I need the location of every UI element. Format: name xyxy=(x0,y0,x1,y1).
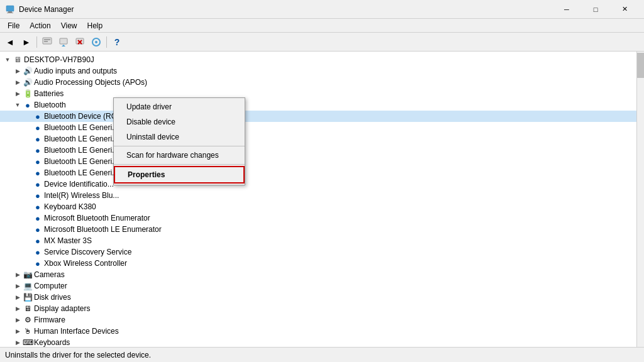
toolbar-update[interactable] xyxy=(56,35,71,49)
tree-disk-drives[interactable]: ▶ 💾 Disk drives xyxy=(0,292,636,303)
bt-le4-icon: ● xyxy=(33,156,43,167)
svg-rect-3 xyxy=(43,38,52,44)
display-label: Display adapters xyxy=(34,304,90,313)
disk-icon: 💾 xyxy=(23,292,33,302)
tree-audio-processing[interactable]: ▶ 🔊 Audio Processing Objects (APOs) xyxy=(0,77,636,88)
bluetooth-label: Bluetooth xyxy=(34,101,66,109)
toolbar-sep-2 xyxy=(106,36,107,48)
expand-rcomm-icon xyxy=(23,111,33,121)
tree-bt-xbox[interactable]: ● Xbox Wireless Controller xyxy=(0,258,636,269)
bluetooth-icon: ● xyxy=(23,100,33,110)
tree-bluetooth[interactable]: ▼ ● Bluetooth xyxy=(0,99,636,111)
tree-bt-le4[interactable]: ● Bluetooth LE Generi... xyxy=(0,156,636,167)
bt-ms-enum-icon: ● xyxy=(33,213,43,223)
scrollbar-thumb[interactable] xyxy=(637,53,644,78)
tree-bt-intel[interactable]: ● Intel(R) Wireless Blu... xyxy=(0,190,636,201)
tree-bt-le2[interactable]: ● Bluetooth LE Generi... xyxy=(0,133,636,145)
bt-kbd-label: Keyboard K380 xyxy=(44,202,96,211)
battery-icon: 🔋 xyxy=(23,89,33,99)
batteries-label: Batteries xyxy=(34,89,64,98)
tree-bt-kbd[interactable]: ● Keyboard K380 xyxy=(0,201,636,212)
toolbar-sep-1 xyxy=(36,36,37,48)
menu-help[interactable]: Help xyxy=(82,20,108,31)
ctx-sep-2 xyxy=(114,164,245,165)
tree-bt-mx[interactable]: ● MX Master 3S xyxy=(0,235,636,246)
toolbar-uninstall[interactable] xyxy=(72,35,87,49)
bt-le1-icon: ● xyxy=(33,123,43,133)
bt-le5-label: Bluetooth LE Generi... xyxy=(44,168,118,177)
tree-firmware[interactable]: ▶ ⚙ Firmware xyxy=(0,314,636,326)
firmware-label: Firmware xyxy=(34,315,65,324)
bt-intel-label: Intel(R) Wireless Blu... xyxy=(44,191,119,200)
ctx-disable-device[interactable]: Disable device xyxy=(114,114,245,129)
tree-bt-devid[interactable]: ● Device Identificatio... xyxy=(0,178,636,190)
root-label: DESKTOP-VH7B90J xyxy=(24,55,94,64)
tree-bt-sds[interactable]: ● Service Discovery Service xyxy=(0,246,636,258)
tree-computer[interactable]: ▶ 💻 Computer xyxy=(0,280,636,292)
toolbar-properties[interactable] xyxy=(40,35,55,49)
menu-action[interactable]: Action xyxy=(25,20,55,31)
window-controls: ─ □ ✕ xyxy=(552,0,639,19)
bt-le3-icon: ● xyxy=(33,145,43,155)
minimize-button[interactable]: ─ xyxy=(552,0,581,19)
keyboards-label: Keyboards xyxy=(34,338,70,347)
bt-xbox-icon: ● xyxy=(33,258,43,268)
bt-sds-label: Service Discovery Service xyxy=(44,248,131,256)
bt-devid-label: Device Identificatio... xyxy=(44,180,114,189)
audio-icon: 🔊 xyxy=(23,66,33,76)
svg-rect-8 xyxy=(76,38,84,44)
audio-inputs-label: Audio inputs and outputs xyxy=(34,67,117,75)
tree-audio-inputs[interactable]: ▶ 🔊 Audio inputs and outputs xyxy=(0,65,636,77)
toolbar-help[interactable]: ? xyxy=(109,35,125,49)
expand-icon: ▼ xyxy=(3,55,13,65)
toolbar-forward[interactable]: ► xyxy=(19,35,34,49)
bt-rcomm-icon: ● xyxy=(33,111,43,121)
tree-cameras[interactable]: ▶ 📷 Cameras xyxy=(0,269,636,280)
hid-label: Human Interface Devices xyxy=(34,327,119,336)
maximize-button[interactable]: □ xyxy=(581,0,610,19)
tree-bt-le1[interactable]: ● Bluetooth LE Generi... xyxy=(0,122,636,133)
app-icon xyxy=(5,4,15,14)
tree-bt-ms-enum[interactable]: ● Microsoft Bluetooth Enumerator xyxy=(0,212,636,224)
menu-view[interactable]: View xyxy=(56,20,82,31)
camera-icon: 📷 xyxy=(23,270,33,280)
bt-sds-icon: ● xyxy=(33,247,43,257)
menu-file[interactable]: File xyxy=(3,20,25,31)
svg-rect-0 xyxy=(6,6,14,11)
status-bar: Uninstalls the driver for the selected d… xyxy=(0,347,644,362)
bt-ms-le-label: Microsoft Bluetooth LE Enumerator xyxy=(44,225,162,234)
tree-keyboards[interactable]: ▶ ⌨ Keyboards xyxy=(0,337,636,347)
tree-bt-le5[interactable]: ● Bluetooth LE Generi... xyxy=(0,167,636,178)
ctx-properties[interactable]: Properties xyxy=(114,166,245,184)
bt-ms-le-icon: ● xyxy=(33,224,43,234)
bt-kbd-icon: ● xyxy=(33,202,43,212)
expand-bt-icon: ▼ xyxy=(13,100,23,110)
tree-hid[interactable]: ▶ 🖱 Human Interface Devices xyxy=(0,326,636,337)
firmware-icon: ⚙ xyxy=(23,315,33,325)
main-content: ▼ 🖥 DESKTOP-VH7B90J ▶ 🔊 Audio inputs and… xyxy=(0,52,644,347)
ctx-scan-hardware[interactable]: Scan for hardware changes xyxy=(114,148,245,163)
tree-batteries[interactable]: ▶ 🔋 Batteries xyxy=(0,88,636,99)
toolbar-back[interactable]: ◄ xyxy=(3,35,18,49)
bt-xbox-label: Xbox Wireless Controller xyxy=(44,259,127,268)
tree-bt-rcomm[interactable]: ● Bluetooth Device (RCOMM Protocol TDI) xyxy=(0,111,636,122)
tree-root[interactable]: ▼ 🖥 DESKTOP-VH7B90J xyxy=(0,54,636,65)
device-tree[interactable]: ▼ 🖥 DESKTOP-VH7B90J ▶ 🔊 Audio inputs and… xyxy=(0,52,636,347)
scrollbar[interactable] xyxy=(636,52,644,347)
tree-bt-le3[interactable]: ● Bluetooth LE Generi... xyxy=(0,145,636,156)
svg-point-12 xyxy=(95,41,97,43)
close-button[interactable]: ✕ xyxy=(610,0,639,19)
tree-bt-ms-le[interactable]: ● Microsoft Bluetooth LE Enumerator xyxy=(0,224,636,235)
ctx-update-driver[interactable]: Update driver xyxy=(114,99,245,114)
toolbar-scan[interactable] xyxy=(89,35,104,49)
bt-mx-label: MX Master 3S xyxy=(44,236,92,245)
title-bar: Device Manager ─ □ ✕ xyxy=(0,0,644,19)
hid-icon: 🖱 xyxy=(23,326,33,336)
computer-node-icon: 💻 xyxy=(23,281,33,291)
ctx-uninstall-device[interactable]: Uninstall device xyxy=(114,129,245,145)
computer-label: Computer xyxy=(34,282,67,290)
menu-bar: File Action View Help xyxy=(0,19,644,33)
bt-devid-icon: ● xyxy=(33,179,43,189)
bt-le4-label: Bluetooth LE Generi... xyxy=(44,157,118,166)
tree-display[interactable]: ▶ 🖥 Display adapters xyxy=(0,303,636,314)
